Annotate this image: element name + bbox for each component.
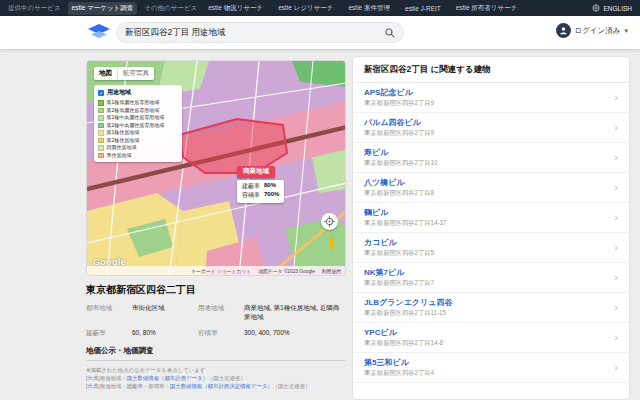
nav-tab-logistics[interactable]: estie 物流リサーチ <box>204 2 267 15</box>
zone-ratios-box: 建蔽率80% 容積率700% <box>237 180 284 203</box>
language-label: ENGLISH <box>603 5 632 12</box>
building-name-link[interactable]: 寿ビル <box>364 148 608 158</box>
use-district-value: 商業地域, 第1種住居地域, 近隣商業地域 <box>244 304 340 322</box>
legend-checkbox[interactable]: ✓ <box>98 90 104 96</box>
footnote-source-1: [出典]用途地域：国土数値情報（都市計画データ）（国土交通省） <box>86 374 346 382</box>
nav-tab-residential[interactable]: estie レジリサーチ <box>274 2 337 15</box>
source2-prefix: [出典]用途地域・建蔽率・容積率： <box>86 383 170 389</box>
source1-prefix: [出典]用途地域： <box>86 375 127 381</box>
building-name-link[interactable]: NK第7ビル <box>364 268 608 278</box>
legend-item: 第2種中高層住居専用地域 <box>98 122 178 130</box>
chevron-right-icon: › <box>608 152 618 163</box>
building-list-item[interactable]: 第5三和ビル東京都新宿区四谷2丁目4 › <box>353 353 629 383</box>
footnotes: ※掲載された地点の公示データを表示しています [出典]用途地域：国土数値情報（都… <box>86 366 346 391</box>
nav-tab-owner-research[interactable]: estie 所有者リサーチ <box>452 2 522 15</box>
source1-link[interactable]: 国土数値情報（都市計画データ） <box>127 375 208 381</box>
zoning-legend: ✓ 用途地域 第1種低層住居専用地域 第2種低層住居専用地域 第1種中高層住居専… <box>94 85 182 162</box>
building-name-link[interactable]: YPCビル <box>364 328 608 338</box>
use-district-label: 用途地域 <box>198 304 244 313</box>
legend-label: 第1種住居地域 <box>107 129 140 137</box>
legend-label: 第1種中高層住居専用地域 <box>107 114 165 122</box>
nav-tab-deals[interactable]: estie 案件管理 <box>345 2 395 15</box>
legend-item: 第1種住居地域 <box>98 129 178 137</box>
bcr-row-value: 60, 80% <box>132 329 198 338</box>
far-label: 容積率 <box>242 191 260 200</box>
far-value: 700% <box>264 191 279 200</box>
footnote-note: ※掲載された地点の公示データを表示しています <box>86 366 346 374</box>
building-list-item[interactable]: APS記念ビル東京都新宿区四谷2丁目9 › <box>353 83 629 113</box>
legend-swatch <box>98 145 104 151</box>
terms-link[interactable]: 利用規約 <box>322 268 341 274</box>
chevron-right-icon: › <box>608 122 618 133</box>
building-address: 東京都新宿区四谷2丁目10 <box>364 159 608 168</box>
legend-swatch <box>98 130 104 136</box>
legend-swatch <box>98 138 104 144</box>
building-name-link[interactable]: バルム四谷ビル <box>364 118 608 128</box>
far-row-label: 容積率 <box>198 329 244 338</box>
legend-item: 第1種低層住居専用地域 <box>98 99 178 107</box>
building-address: 東京都新宿区四谷2丁目11-15 <box>364 309 608 318</box>
building-list-item[interactable]: NK第7ビル東京都新宿区四谷2丁目7 › <box>353 263 629 293</box>
chevron-right-icon: › <box>608 92 618 103</box>
legend-swatch <box>98 108 104 114</box>
building-name-link[interactable]: 第5三和ビル <box>364 358 608 368</box>
related-buildings-panel: 新宿区四谷2丁目 に関連する建物 APS記念ビル東京都新宿区四谷2丁目9 › バ… <box>352 56 630 400</box>
legend-item: 準住居地域 <box>98 152 178 160</box>
search-input[interactable] <box>125 28 385 38</box>
login-status-label: ログイン済み <box>575 26 621 36</box>
keyboard-shortcuts-link[interactable]: キーボード ショートカット <box>191 268 251 274</box>
crosshair-icon <box>324 216 335 227</box>
nav-group-label-other: その他のサービス <box>144 4 197 13</box>
building-address: 東京都新宿区四谷2丁目8 <box>364 189 608 198</box>
chevron-down-icon: ▾ <box>624 27 628 35</box>
building-list-item[interactable]: カコビル東京都新宿区四谷2丁目5 › <box>353 233 629 263</box>
account-menu[interactable]: ログイン済み ▾ <box>556 23 628 38</box>
legend-item: 第2種低層住居専用地域 <box>98 107 178 115</box>
map-data-credit: 地図データ ©2023 Google <box>258 268 315 274</box>
building-list-item[interactable]: バルム四谷ビル東京都新宿区四谷2丁目9 › <box>353 113 629 143</box>
nav-tab-market-research[interactable]: estie マーケット調査 <box>68 2 138 15</box>
legend-swatch <box>98 153 104 159</box>
map-type-satellite-button[interactable]: 航空写真 <box>117 67 154 80</box>
search-icon[interactable] <box>385 28 395 38</box>
legend-title: 用途地域 <box>107 88 131 97</box>
chevron-right-icon: › <box>608 182 618 193</box>
building-list-item[interactable]: YPCビル東京都新宿区四谷2丁目14-8 › <box>353 323 629 353</box>
building-name-link[interactable]: APS記念ビル <box>364 88 608 98</box>
building-list-item[interactable]: 寿ビル東京都新宿区四谷2丁目10 › <box>353 143 629 173</box>
zone-name-badge: 商業地域 <box>237 166 275 178</box>
source2-suffix: （国土交通省） <box>273 383 311 389</box>
legend-label: 第2種住居地域 <box>107 137 140 145</box>
area-detail-table: 都市地域 市街化区域 用途地域 商業地域, 第1種住居地域, 近隣商業地域 建蔽… <box>86 304 346 338</box>
search-bar[interactable] <box>116 22 404 43</box>
building-address: 東京都新宿区四谷2丁目7 <box>364 279 608 288</box>
legend-swatch <box>98 100 104 106</box>
building-list-item[interactable]: 八ツ橋ビル東京都新宿区四谷2丁目8 › <box>353 173 629 203</box>
building-name-link[interactable]: 八ツ橋ビル <box>364 178 608 188</box>
city-area-label: 都市地域 <box>86 304 132 313</box>
pegman-icon[interactable] <box>327 237 336 256</box>
nav-tab-jreit[interactable]: estie J-REIT <box>401 3 445 14</box>
building-address: 東京都新宿区四谷2丁目5 <box>364 249 608 258</box>
city-area-value: 市街化区域 <box>132 304 198 313</box>
footnote-source-2: [出典]用途地域・建蔽率・容積率：国土数値情報（都市計画決定情報データ）（国土交… <box>86 382 346 390</box>
map-type-map-button[interactable]: 地図 <box>94 67 117 80</box>
building-name-link[interactable]: 鶴ビル <box>364 208 608 218</box>
legend-swatch <box>98 115 104 121</box>
legend-label: 準住居地域 <box>107 152 132 160</box>
language-switch[interactable]: ENGLISH <box>592 4 632 12</box>
source2-link[interactable]: 国土数値情報（都市計画決定情報データ） <box>170 383 273 389</box>
building-list-item[interactable]: JLBグランエクリュ四谷東京都新宿区四谷2丁目11-15 › <box>353 293 629 323</box>
building-name-link[interactable]: JLBグランエクリュ四谷 <box>364 298 608 308</box>
zoning-map-card: 地図 航空写真 ✓ 用途地域 第1種低層住居専用地域 第2種低層住居専用地域 第… <box>86 60 346 276</box>
building-name-link[interactable]: カコビル <box>364 238 608 248</box>
land-price-section-title: 地価公示・地価調査 <box>86 346 346 361</box>
building-list-item[interactable]: 鶴ビル東京都新宿区四谷2丁目14-37 › <box>353 203 629 233</box>
legend-swatch <box>98 123 104 129</box>
chevron-right-icon: › <box>608 302 618 313</box>
locate-button[interactable] <box>321 213 338 230</box>
area-title: 東京都新宿区四谷二丁目 <box>86 283 346 297</box>
estie-logo[interactable] <box>88 24 110 45</box>
top-nav-bar: 提供中のサービス estie マーケット調査 その他のサービス estie 物流… <box>0 0 640 16</box>
bcr-value: 80% <box>264 182 276 191</box>
